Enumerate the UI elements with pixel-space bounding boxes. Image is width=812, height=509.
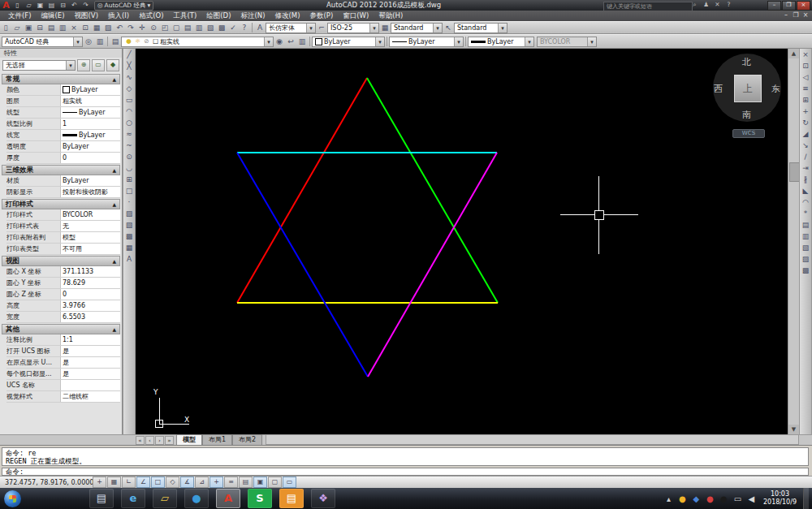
chevron-down-icon[interactable]: ▾ xyxy=(73,37,82,46)
ducs-toggle[interactable]: ⊿ xyxy=(195,477,209,488)
viewcube-west-label[interactable]: 西 xyxy=(714,83,723,95)
color-dropdown[interactable]: ByLayer ▾ xyxy=(312,37,385,47)
close-button[interactable]: × xyxy=(797,1,810,11)
tab-last-icon[interactable]: » xyxy=(165,436,174,445)
viewcube-south-label[interactable]: 南 xyxy=(742,109,751,121)
taskbar-clock[interactable]: 10:03 2018/10/9 xyxy=(760,490,800,507)
zoom-window-icon[interactable]: ◰ xyxy=(159,23,171,33)
property-value[interactable]: 粗实线 xyxy=(60,96,120,106)
property-value[interactable] xyxy=(60,380,120,390)
designcenter-icon[interactable]: ▥ xyxy=(193,23,205,33)
polyline-icon[interactable]: ∿ xyxy=(123,71,135,83)
plot-icon[interactable]: ⊟ xyxy=(58,1,68,10)
help-icon[interactable]: ? xyxy=(239,23,250,33)
draworder-annot-icon[interactable]: ▩ xyxy=(800,265,811,276)
plot-preview-icon[interactable]: ▤ xyxy=(45,23,57,33)
save-icon[interactable]: ▣ xyxy=(23,23,34,33)
dyn-toggle[interactable]: + xyxy=(209,477,223,488)
help-icon[interactable]: ? xyxy=(724,1,733,9)
toggle-pickadd-icon[interactable]: ⊕ xyxy=(77,59,90,71)
tray-expand-icon[interactable]: ▴ xyxy=(663,494,674,504)
property-value[interactable]: 二维线框 xyxy=(60,391,120,402)
rotate-icon[interactable]: ↻ xyxy=(800,117,811,128)
erase-icon[interactable]: × xyxy=(800,49,811,60)
command-history[interactable]: 命令: re REGEN 正在重生成模型。 xyxy=(2,447,809,466)
exchange-icon[interactable]: ✕ xyxy=(713,1,722,9)
select-objects-icon[interactable]: ▭ xyxy=(92,59,105,71)
move-icon[interactable]: + xyxy=(800,106,811,117)
collapse-icon[interactable]: ▲ xyxy=(112,76,116,82)
autocad-logo-icon[interactable]: A xyxy=(0,0,12,11)
doc-restore-button[interactable]: ❐ xyxy=(792,11,800,19)
taskbar-journal[interactable]: ▤ xyxy=(279,489,304,508)
grid-toggle[interactable]: ▦ xyxy=(107,477,121,488)
ortho-toggle[interactable]: ∟ xyxy=(122,477,136,488)
spline-icon[interactable]: ~ xyxy=(123,140,135,151)
scrollbar-thumb[interactable] xyxy=(789,162,799,182)
property-value[interactable]: BYCOLOR xyxy=(60,209,120,220)
menu-edit[interactable]: 编辑(E) xyxy=(37,11,70,21)
undo-icon[interactable]: ↶ xyxy=(69,1,80,10)
publish-icon[interactable]: ▥ xyxy=(57,23,68,33)
signin-user-icon[interactable]: ♟ xyxy=(702,1,710,9)
table-style-dropdown[interactable]: Standard ▾ xyxy=(391,23,443,33)
cut-icon[interactable]: × xyxy=(68,23,80,33)
tab-next-icon[interactable]: › xyxy=(155,436,164,445)
viewcube-east-label[interactable]: 东 xyxy=(771,83,780,95)
dim-style-icon[interactable]: ⌐ xyxy=(316,23,327,33)
osnap3d-toggle[interactable]: ◇ xyxy=(166,477,179,488)
scroll-down-icon[interactable]: ▼ xyxy=(788,425,799,434)
property-value[interactable]: 0 xyxy=(60,153,120,163)
taskbar-computer[interactable]: ▤ xyxy=(89,489,114,508)
chevron-down-icon[interactable]: ▾ xyxy=(66,61,75,70)
mtext-icon[interactable]: A xyxy=(123,253,135,265)
taskbar-game[interactable]: ❖ xyxy=(311,489,335,508)
chevron-down-icon[interactable]: ▾ xyxy=(525,37,533,46)
taskbar-folder[interactable]: ▱ xyxy=(153,489,177,508)
scale-icon[interactable]: ◢ xyxy=(800,128,811,140)
tray-security-icon[interactable]: ● xyxy=(705,494,715,504)
minimize-button[interactable]: – xyxy=(767,1,781,11)
draworder-under-icon[interactable]: ▨ xyxy=(800,253,811,265)
doc-close-button[interactable]: × xyxy=(801,11,810,19)
property-value[interactable]: 78.629 xyxy=(60,278,120,288)
explode-icon[interactable]: * xyxy=(800,208,811,219)
chevron-down-icon[interactable]: ▾ xyxy=(433,24,442,32)
menu-draw[interactable]: 绘图(D) xyxy=(201,11,235,21)
break-icon[interactable]: ∦ xyxy=(800,174,811,185)
open-icon[interactable]: ▱ xyxy=(11,23,23,33)
revcloud-icon[interactable]: ≈ xyxy=(123,128,135,140)
match-properties-icon[interactable]: ▨ xyxy=(102,23,114,33)
tab-model[interactable]: 模型 xyxy=(176,434,202,445)
layer-dropdown[interactable]: ●☼⊘□ 粗实线 ▾ xyxy=(121,37,274,47)
collapse-icon[interactable]: ▲ xyxy=(112,201,116,207)
arc-icon[interactable]: ◠ xyxy=(123,106,135,117)
ellipse-arc-icon[interactable]: ◡ xyxy=(123,162,135,174)
drawing-canvas[interactable]: 北 西 东 南 上 WCS Y X ▲ ▼ xyxy=(136,49,799,434)
maximize-button[interactable]: ❐ xyxy=(782,1,796,11)
section-header[interactable]: 其他▲ xyxy=(2,324,120,334)
construction-line-icon[interactable]: ╳ xyxy=(123,60,135,71)
red-line[interactable] xyxy=(237,78,367,303)
property-value[interactable]: ByLayer xyxy=(60,141,120,152)
draworder-front-icon[interactable]: ▤ xyxy=(800,219,811,231)
array-icon[interactable]: ⊞ xyxy=(800,94,811,106)
copy-icon[interactable]: ⊡ xyxy=(80,23,91,33)
table-style-icon[interactable]: ▦ xyxy=(379,23,391,33)
otrack-toggle[interactable]: ∡ xyxy=(180,477,194,488)
dim-style-dropdown[interactable]: ISO-25 ▾ xyxy=(327,23,379,33)
polar-toggle[interactable]: ∠ xyxy=(136,477,150,488)
extend-icon[interactable]: ⇥ xyxy=(800,162,811,174)
save-icon[interactable]: ▣ xyxy=(35,1,45,10)
tray-qq-icon[interactable]: ● xyxy=(719,494,729,504)
undo-icon[interactable]: ↶ xyxy=(114,23,125,33)
property-value[interactable]: 是 xyxy=(60,369,120,379)
property-value[interactable]: 不可用 xyxy=(60,244,120,254)
command-input[interactable]: 命令: xyxy=(2,468,809,476)
horizontal-scrollbar[interactable] xyxy=(266,434,799,445)
make-object-layer-current-icon[interactable]: ◉ xyxy=(274,37,285,47)
layer-freeze-sun-icon[interactable]: ☼ xyxy=(133,37,142,45)
section-header[interactable]: 三维效果▲ xyxy=(2,165,120,175)
tpy-toggle[interactable]: ▤ xyxy=(239,477,253,488)
vertical-scrollbar[interactable]: ▲ ▼ xyxy=(788,49,799,434)
